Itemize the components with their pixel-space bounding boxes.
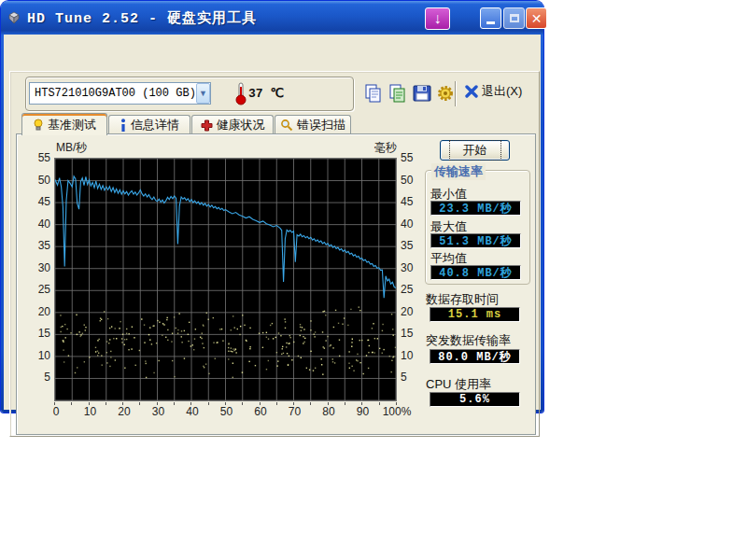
axis-tick: 40 — [401, 217, 423, 231]
exit-x-icon — [464, 84, 479, 99]
thermometer-icon — [234, 81, 247, 105]
copy-image-icon[interactable] — [388, 83, 408, 104]
x-axis-ruler — [54, 402, 397, 405]
tab-health[interactable]: 健康状况 — [191, 115, 274, 134]
axis-tick: 20 — [30, 305, 50, 318]
maximize-icon — [510, 14, 519, 22]
magnifier-icon — [280, 119, 293, 132]
tab-benchmark-label: 基准测试 — [48, 117, 96, 133]
window-title: HD Tune 2.52 - 硬盘实用工具 — [27, 9, 257, 27]
axis-tick: 20 — [106, 405, 143, 418]
left-axis-title: MB/秒 — [56, 140, 87, 156]
maximize-button[interactable] — [503, 7, 525, 29]
avg-value: 40.8 MB/秒 — [430, 265, 521, 280]
temperature-value: 37 ℃ — [248, 86, 284, 101]
cpu-usage-value: 5.6% — [430, 392, 520, 407]
exit-button[interactable]: 退出(X) — [464, 83, 522, 100]
toolbar-separator — [455, 81, 457, 106]
tab-health-label: 健康状况 — [217, 117, 265, 133]
client-area: HTS721010G9AT00 (100 GB) ▼ 37 ℃ — [4, 35, 541, 410]
axis-tick: 40 — [30, 217, 50, 231]
min-value: 23.3 MB/秒 — [430, 201, 521, 216]
burst-rate-label: 突发数据传输率 — [426, 332, 511, 349]
transfer-rate-groupbox: 传输速率 最小值 23.3 MB/秒 最大值 51.3 MB/秒 平均值 40.… — [425, 170, 530, 285]
axis-tick: 100% — [378, 405, 416, 418]
axis-tick: 55 — [30, 151, 50, 164]
minimize-button[interactable] — [480, 7, 501, 29]
close-button[interactable]: ✕ — [526, 7, 547, 29]
burst-rate-value: 80.0 MB/秒 — [430, 349, 520, 364]
axis-tick: 35 — [30, 239, 50, 252]
health-cross-icon — [201, 119, 213, 132]
tab-error-scan[interactable]: 错误扫描 — [275, 115, 351, 134]
axis-tick: 90 — [345, 405, 382, 418]
download-button[interactable]: ↓ — [425, 7, 450, 30]
save-icon[interactable] — [412, 83, 432, 104]
titlebar[interactable]: HD Tune 2.52 - 硬盘实用工具 ↓ ✕ — [1, 1, 543, 35]
axis-tick: 15 — [30, 327, 50, 340]
app-icon — [7, 10, 21, 25]
axis-tick: 40 — [174, 405, 211, 418]
max-value: 51.3 MB/秒 — [430, 233, 521, 248]
axis-tick: 20 — [401, 305, 423, 318]
axis-tick: 5 — [30, 371, 50, 384]
minimize-icon — [486, 21, 495, 24]
axis-tick: 10 — [401, 349, 423, 362]
chevron-down-icon[interactable]: ▼ — [196, 83, 210, 104]
axis-tick: 35 — [401, 239, 423, 252]
axis-tick: 55 — [401, 151, 423, 164]
plot-canvas — [55, 159, 396, 400]
axis-tick: 50 — [30, 174, 50, 187]
axis-tick: 60 — [242, 405, 279, 418]
axis-tick: 50 — [208, 405, 246, 418]
cpu-usage-label: CPU 使用率 — [426, 376, 491, 393]
transfer-rate-title: 传输速率 — [431, 163, 486, 180]
axis-tick: 25 — [30, 283, 50, 296]
info-icon — [120, 119, 127, 132]
axis-tick: 30 — [401, 261, 423, 274]
start-button-label: 开始 — [449, 140, 501, 161]
axis-tick: 5 — [401, 371, 423, 384]
axis-tick: 70 — [276, 405, 314, 418]
axis-tick: 15 — [401, 327, 423, 340]
benchmark-plot — [54, 158, 397, 401]
axis-tick: 10 — [30, 349, 50, 362]
tab-info[interactable]: 信息详情 — [108, 115, 190, 134]
hdtune-window: HD Tune 2.52 - 硬盘实用工具 ↓ ✕ HTS721010G9AT0… — [1, 1, 543, 413]
bulb-icon — [33, 119, 44, 132]
axis-tick: 50 — [401, 174, 423, 187]
axis-tick: 10 — [72, 405, 109, 418]
tab-info-label: 信息详情 — [131, 117, 179, 133]
drive-select[interactable]: HTS721010G9AT00 (100 GB) ▼ — [29, 82, 211, 105]
axis-tick: 25 — [401, 283, 423, 296]
access-time-label: 数据存取时间 — [426, 291, 499, 308]
exit-label: 退出(X) — [482, 83, 522, 100]
axis-tick: 0 — [37, 405, 75, 418]
copy-icon[interactable] — [363, 83, 384, 104]
axis-tick: 30 — [140, 405, 177, 418]
tab-error-scan-label: 错误扫描 — [297, 117, 345, 133]
options-gear-icon[interactable] — [435, 83, 456, 104]
drive-select-value: HTS721010G9AT00 (100 GB) — [30, 87, 196, 100]
axis-tick: 45 — [401, 195, 423, 208]
axis-tick: 45 — [30, 195, 50, 208]
right-axis-title: 毫秒 — [358, 140, 397, 156]
access-time-value: 15.1 ms — [430, 307, 520, 322]
start-button[interactable]: 开始 — [440, 140, 510, 161]
tab-benchmark[interactable]: 基准测试 — [21, 113, 107, 135]
axis-tick: 80 — [310, 405, 347, 418]
axis-tick: 30 — [30, 261, 50, 274]
